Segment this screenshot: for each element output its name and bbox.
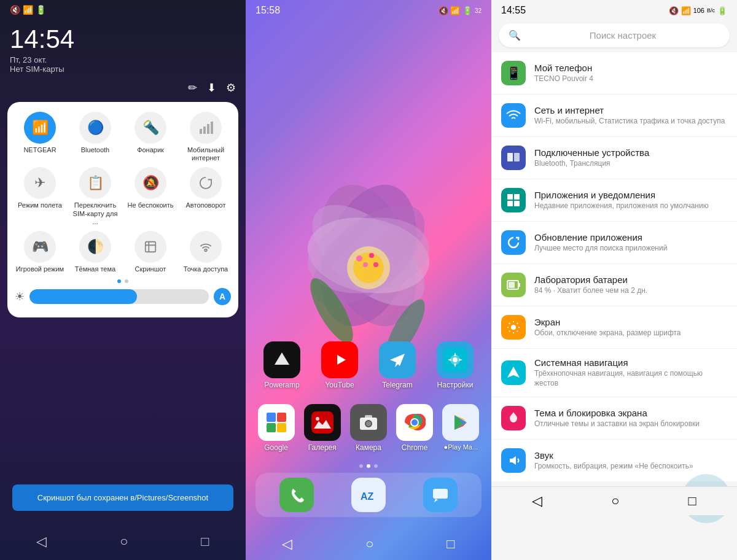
app-gallery[interactable]: Галерея [302,404,343,452]
qs-screenshot[interactable]: Скриншот [125,231,176,273]
svg-point-17 [373,262,378,267]
settings-display[interactable]: Экран Обои, отключение экрана, размер шр… [491,306,737,349]
update-title: Обновление приложения [534,232,727,243]
qs-dark-theme[interactable]: 🌓 Тёмная тема [70,231,120,273]
qs-sim-switch[interactable]: 📋 Переключить SIM-карту для ... [70,167,120,226]
qs-bluetooth-label: Bluetooth [81,146,109,154]
settings-apps-text: Приложения и уведомления Недавние прилож… [534,190,727,211]
download-icon[interactable]: ⬇ [207,81,216,95]
recent-button-1[interactable]: □ [201,534,209,550]
home-button-2[interactable]: ○ [365,536,373,552]
svg-rect-50 [507,194,513,200]
dark-theme-icon: 🌓 [79,231,111,263]
qs-screenshot-label: Скриншот [135,265,166,273]
qs-airplane[interactable]: ✈ Режим полета [15,167,65,226]
svg-rect-51 [514,194,520,200]
settings-my-phone[interactable]: 📱 Мой телефон TECNO Pouvoir 4 [491,52,737,95]
navigation-subtitle: Трёхкнопочная навигация, навигация с пом… [534,369,727,388]
recent-button-2[interactable]: □ [446,536,454,552]
settings-connected[interactable]: Подключенные устройства Bluetooth, Транс… [491,137,737,179]
search-placeholder: Поиск настроек [526,30,720,41]
recent-button-3[interactable]: □ [688,493,696,509]
settings-network[interactable]: Сеть и интернет Wi-Fi, мобильный, Статис… [491,95,737,137]
qs-game-label: Игровой режим [16,265,64,273]
qs-mobile-data[interactable]: Мобильный интернет [181,112,231,162]
chrome-icon [396,404,433,441]
qs-bluetooth[interactable]: 🔵 Bluetooth [70,112,120,162]
autorotate-icon [190,167,222,199]
back-button-3[interactable]: ◁ [532,493,542,509]
app-playstore[interactable]: ●Play Ma... [440,404,482,452]
brightness-slider[interactable] [29,289,209,304]
settings-icon[interactable]: ⚙ [226,81,236,95]
sim-switch-icon: 📋 [79,167,111,199]
brightness-auto-toggle[interactable]: A [214,288,231,305]
status-bar-1: 🔇 📶 🔋 [0,0,246,20]
qs-dnd[interactable]: 🔕 Не беспокоить [125,167,176,226]
status-icons-2: 🔇 📶 🔋 32 [439,6,482,15]
qs-hotspot[interactable]: Точка доступа [181,231,231,273]
brightness-control[interactable]: ☀ A [15,286,231,308]
svg-point-36 [366,421,371,426]
svg-rect-52 [507,201,513,206]
settings-apps[interactable]: Приложения и уведомления Недавние прилож… [491,179,737,222]
settings-app-update[interactable]: Обновление приложения Лучшее место для п… [491,222,737,264]
app-google[interactable]: Google [255,404,297,452]
back-button-2[interactable]: ◁ [282,536,292,552]
home-button-1[interactable]: ○ [120,534,128,550]
app-youtube[interactable]: YouTube [313,341,366,389]
app-youtube-label: YouTube [325,381,354,389]
back-button-1[interactable]: ◁ [36,534,47,550]
qs-flashlight[interactable]: 🔦 Фонарик [125,112,176,162]
network-subtitle: Wi-Fi, мобильный, Статистика трафика и т… [534,117,727,126]
qs-rotate-label: Автоповорот [186,201,226,209]
status-bar-2: 15:58 🔇 📶 🔋 32 [246,0,491,21]
settings-search[interactable]: 🔍 Поиск настроек [499,23,730,47]
dnd-icon: 🔕 [135,167,166,199]
qs-dot-2 [125,279,128,283]
settings-network-text: Сеть и интернет Wi-Fi, мобильный, Статис… [534,105,727,126]
settings-navigation[interactable]: Системная навигация Трёхкнопочная навига… [491,349,737,397]
svg-point-32 [316,417,319,421]
svg-point-40 [411,419,418,426]
settings-theme[interactable]: Тема и блокировка экрана Отличные темы и… [491,397,737,440]
qs-flashlight-label: Фонарик [137,146,164,154]
dock-az[interactable]: AZ [351,478,386,512]
app-settings[interactable]: Настройки [429,341,482,389]
svg-point-5 [205,249,207,252]
svg-point-15 [369,253,374,258]
edit-icon[interactable]: ✏ [188,81,197,95]
qs-hotspot-label: Точка доступа [184,265,228,273]
svg-rect-30 [277,423,286,432]
app-camera[interactable]: Камера [348,404,389,452]
app-update-icon [501,230,526,255]
qs-airplane-label: Режим полета [18,201,62,209]
dock-phone[interactable] [279,478,314,512]
settings-sound-text: Звук Громкость, вибрация, режим «Не бесп… [534,450,727,472]
app-telegram[interactable]: Telegram [371,341,424,389]
qs-autorotate[interactable]: Автоповорот [181,167,231,226]
quick-settings-grid: 📶 NETGEAR 🔵 Bluetooth 🔦 Фонарик Мобильны… [15,112,231,273]
quick-settings-card: 📶 NETGEAR 🔵 Bluetooth 🔦 Фонарик Мобильны… [7,102,238,317]
app-poweramp[interactable]: Poweramp [255,341,308,389]
dock-messages[interactable] [423,478,458,512]
settings-update-text: Обновление приложения Лучшее место для п… [534,232,727,254]
app-chrome[interactable]: Chrome [394,404,435,452]
poweramp-icon [263,341,300,378]
app-poweramp-label: Poweramp [264,381,299,389]
qs-wifi-label: NETGEAR [23,146,56,154]
time-display-2: 15:58 [255,5,280,16]
home-page-dots [246,462,491,473]
settings-battery[interactable]: Лаборатория батареи 84 % · Хватит более … [491,264,737,306]
connected-title: Подключенные устройства [534,147,727,158]
settings-nav-text: Системная навигация Трёхкнопочная навига… [534,357,727,388]
app-settings-label: Настройки [437,381,474,389]
brightness-fill [29,289,137,304]
battery-subtitle: 84 % · Хватит более чем на 2 дн. [534,286,727,296]
svg-rect-0 [200,129,202,134]
my-phone-subtitle: TECNO Pouvoir 4 [534,74,727,84]
qs-wifi[interactable]: 📶 NETGEAR [15,112,65,162]
qs-game-mode[interactable]: 🎮 Игровой режим [15,231,65,273]
svg-rect-1 [203,126,206,134]
home-button-3[interactable]: ○ [611,493,619,509]
